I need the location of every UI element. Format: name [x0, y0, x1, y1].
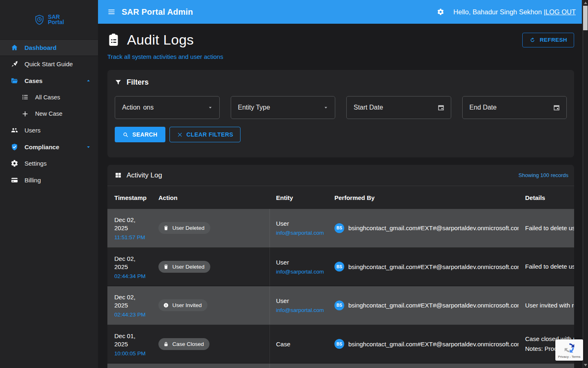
action-select[interactable]: Actionons — [115, 96, 220, 119]
logout-link[interactable]: LOG OUT — [546, 8, 576, 16]
activity-log-panel: Activity Log Showing 100 records Timesta… — [107, 165, 574, 368]
performed-by-cell: BS bsinghcontact_gmail.com#EXT#@sarporta… — [328, 209, 519, 247]
action-badge: User Deleted — [158, 261, 210, 273]
column-header-details: Details — [519, 194, 574, 201]
sidebar-item-label: Quick Start Guide — [24, 61, 73, 67]
end-date-field[interactable]: End Date — [462, 96, 567, 119]
topbar: SAR Portal Admin Hello, Bahadur Singh Se… — [98, 0, 582, 24]
action-badge: User Deleted — [158, 222, 210, 234]
sidebar-item-all-cases[interactable]: All Cases — [0, 89, 98, 106]
sidebar-item-settings[interactable]: Settings — [0, 155, 98, 172]
action-cell: User Invited — [150, 286, 270, 325]
scrollbar-thumb[interactable] — [583, 6, 588, 30]
activity-table-header: TimestampActionEntityPerformed ByDetails — [107, 186, 574, 209]
page-title: Audit Logs — [127, 32, 194, 48]
action-cell — [150, 364, 270, 368]
grid-table-icon — [115, 172, 122, 179]
refresh-button[interactable]: REFRESH — [522, 33, 574, 47]
clipboard-icon — [107, 33, 120, 47]
filters-heading: Filters — [115, 78, 567, 87]
action-badge: User Invited — [158, 299, 207, 311]
table-row: Dec 02, 2025 02:44:23 PM User Invited Us… — [107, 286, 574, 325]
lock-icon — [163, 341, 169, 347]
performed-by-cell: BS bsinghcontact_gmail.com#EXT#@sarporta… — [328, 286, 519, 325]
main-area: SAR Portal Admin Hello, Bahadur Singh Se… — [98, 0, 582, 368]
filters-panel: Filters Actionons Entity Type Start Date — [107, 70, 574, 157]
column-header-entity: Entity — [270, 194, 328, 201]
end-date-label: End Date — [470, 104, 497, 111]
trash-icon — [163, 264, 169, 270]
timestamp-cell: Dec 02, 2025 11:51:57 PM — [107, 209, 150, 247]
clear-filters-button[interactable]: CLEAR FILTERS — [169, 127, 241, 142]
search-icon — [122, 132, 129, 138]
entity-cell: User info@sarportal.com — [270, 209, 328, 247]
entity-email-link: info@sarportal.com — [276, 269, 328, 275]
plus-icon — [21, 110, 29, 118]
avatar: BS — [334, 301, 344, 310]
entity-type-select[interactable]: Entity Type — [231, 96, 336, 119]
sidebar-item-label: All Cases — [35, 94, 60, 101]
table-row: Dec 02, 2025 02:44:34 PM User Deleted Us… — [107, 248, 574, 287]
action-cell: User Deleted — [150, 248, 270, 286]
performed-by-cell: BS bsinghcontact_gmail.com#EXT#@sarporta… — [328, 325, 519, 364]
action-badge: Case Closed — [158, 338, 209, 350]
table-row: Dec 01, 2025 10:00:05 PM Case Closed Cas… — [107, 325, 574, 364]
table-row: Dec 01, Successfully extract — [107, 364, 574, 368]
sidebar-nav: Dashboard Quick Start Guide Cases All Ca… — [0, 39, 98, 188]
activity-table-body: Dec 02, 2025 11:51:57 PM User Deleted Us… — [107, 209, 574, 368]
entity-cell: User info@sarportal.com — [270, 248, 328, 286]
timestamp-cell: Dec 02, 2025 02:44:34 PM — [107, 248, 150, 286]
page-subtitle: Track all system activities and user act… — [107, 53, 574, 60]
scrollbar-up-arrow[interactable] — [584, 2, 587, 4]
chevron-down-icon — [207, 105, 213, 110]
caret-up-icon — [85, 78, 91, 84]
sidebar-item-label: Users — [24, 127, 40, 134]
rocket-icon — [11, 60, 18, 68]
sidebar-item-cases[interactable]: Cases — [0, 72, 98, 89]
refresh-icon — [529, 37, 536, 43]
timestamp-cell: Dec 02, 2025 02:44:23 PM — [107, 286, 150, 325]
info-icon — [163, 302, 169, 308]
page-content: Audit Logs REFRESH Track all system acti… — [98, 24, 582, 368]
sidebar-item-quick-start-guide[interactable]: Quick Start Guide — [0, 56, 98, 73]
calendar-icon[interactable] — [437, 104, 445, 111]
sidebar-item-label: Dashboard — [24, 44, 56, 51]
sidebar-item-users[interactable]: Users — [0, 122, 98, 139]
timestamp-cell: Dec 01, — [107, 364, 150, 368]
sidebar-item-billing[interactable]: Billing — [0, 172, 98, 188]
performed-by-cell: BS bsinghcontact_gmail.com#EXT#@sarporta… — [328, 248, 519, 286]
sidebar: SAR Portal Dashboard Quick Start Guide C… — [0, 0, 98, 368]
chevron-down-icon — [323, 105, 329, 110]
search-button[interactable]: SEARCH — [115, 127, 165, 142]
sar-portal-logo: SAR Portal — [0, 0, 98, 39]
trash-icon — [163, 225, 169, 231]
entity-cell: Case — [270, 325, 328, 364]
action-select-overlap-text: ons — [143, 104, 154, 111]
hamburger-menu-icon[interactable] — [107, 8, 116, 16]
filter-funnel-icon — [115, 79, 122, 86]
start-date-label: Start Date — [354, 104, 383, 111]
sidebar-item-new-case[interactable]: New Case — [0, 105, 98, 122]
scrollbar-down-arrow[interactable] — [584, 364, 587, 366]
gear-icon — [11, 159, 18, 167]
table-row: Dec 02, 2025 11:51:57 PM User Deleted Us… — [107, 209, 574, 248]
recaptcha-privacy-terms: Privacy - Terms — [558, 355, 581, 359]
recaptcha-logo-icon — [564, 342, 575, 354]
action-select-label: Action — [122, 104, 140, 111]
sidebar-item-compliance[interactable]: Compliance — [0, 139, 98, 155]
settings-gear-icon[interactable] — [437, 8, 444, 16]
activity-log-header: Activity Log Showing 100 records — [107, 165, 574, 186]
sidebar-item-dashboard[interactable]: Dashboard — [0, 39, 98, 56]
entity-cell: User info@sarportal.com — [270, 286, 328, 325]
action-cell: User Deleted — [150, 209, 270, 247]
start-date-field[interactable]: Start Date — [346, 96, 451, 119]
scrollbar-track[interactable] — [583, 0, 588, 368]
details-cell: User invited with ro — [519, 286, 574, 325]
list-icon — [21, 93, 29, 101]
calendar-icon[interactable] — [553, 104, 560, 111]
entity-email-link: info@sarportal.com — [276, 230, 328, 236]
users-icon — [11, 126, 18, 134]
column-header-performed-by: Performed By — [328, 194, 519, 201]
entity-type-label: Entity Type — [238, 104, 270, 111]
recaptcha-badge[interactable]: Privacy - Terms — [555, 339, 583, 361]
